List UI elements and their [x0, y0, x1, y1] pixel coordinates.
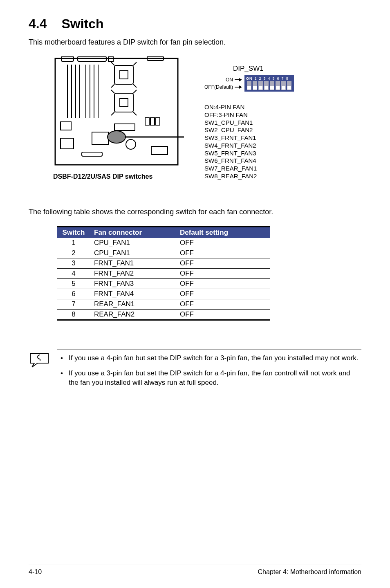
- dip-switch-block: DIP_SW1 ON OFF(Default) ON12345678: [204, 65, 327, 92]
- svg-rect-25: [156, 118, 160, 125]
- table-row: 5FRNT_FAN3OFF: [57, 279, 270, 289]
- cell-switch: 2: [57, 248, 90, 258]
- svg-rect-17: [61, 122, 71, 130]
- dip-title: DIP_SW1: [233, 65, 327, 73]
- dip-switch-graphic: ON12345678: [244, 75, 294, 92]
- 
dip-switch-toggle: [281, 81, 286, 90]
- dip-num: 4: [268, 76, 273, 81]
- table-row: 8REAR_FAN2OFF: [57, 310, 270, 320]
- cell-fan: FRNT_FAN2: [90, 269, 176, 279]
- chapter-label: Chapter 4: Motherboard information: [258, 568, 361, 576]
- dip-num: 7: [282, 76, 286, 81]
- svg-rect-7: [114, 93, 133, 112]
- cell-default: OFF: [176, 289, 270, 299]
- cell-switch: 6: [57, 289, 90, 299]
- dip-switch-toggle: [258, 81, 263, 90]
- cell-default: OFF: [176, 248, 270, 258]
- svg-marker-31: [239, 78, 242, 81]
- page-number: 4-10: [29, 568, 42, 576]
- cell-default: OFF: [176, 269, 270, 279]
- motherboard-outline: [53, 56, 184, 171]
- cell-switch: 4: [57, 269, 90, 279]
- cell-fan: CPU_FAN1: [90, 248, 176, 258]
- legend-line: SW1_CPU_FAN1: [204, 119, 257, 127]
- table-row: 3FRNT_FAN1OFF: [57, 258, 270, 269]
- cell-default: OFF: [176, 258, 270, 269]
- table-intro-text: The following table shows the correspond…: [29, 208, 361, 216]
- svg-rect-19: [92, 132, 108, 144]
- legend-line: OFF:3-PIN FAN: [204, 111, 257, 119]
- dip-switch-toggle: [276, 81, 280, 90]
- arrow-right-icon: [235, 78, 242, 82]
- svg-point-27: [108, 131, 126, 143]
- fan-switch-table: Switch Fan connector Default setting 1CP…: [57, 226, 270, 321]
- section-number: 4.4: [29, 16, 47, 31]
- svg-rect-18: [61, 138, 74, 149]
- table-row: 7REAR_FAN1OFF: [57, 299, 270, 310]
- col-switch: Switch: [57, 227, 90, 238]
- svg-rect-6: [120, 71, 128, 79]
- cell-default: OFF: [176, 310, 270, 320]
- legend-line: ON:4-PIN FAN: [204, 103, 257, 111]
- cell-fan: FRNT_FAN1: [90, 258, 176, 269]
- cell-default: OFF: [176, 279, 270, 289]
- note-item: If you use a 4-pin fan but set the DIP s…: [57, 354, 361, 363]
- dip-on-text: ON: [246, 76, 253, 81]
- legend-line: SW6_FRNT_FAN4: [204, 157, 257, 165]
- dip-num: 6: [277, 76, 282, 81]
- dip-switch-toggle: [264, 81, 269, 90]
- off-label: OFF(Default): [204, 84, 233, 90]
- svg-rect-23: [145, 118, 149, 125]
- dip-num: 8: [286, 76, 291, 81]
- dip-location-marker: [108, 131, 184, 143]
- intro-text: This motherboard features a DIP switch f…: [29, 38, 361, 47]
- dip-switch-toggle: [247, 81, 251, 90]
- cell-fan: CPU_FAN1: [90, 238, 176, 248]
- legend-line: SW4_FRNT_FAN2: [204, 142, 257, 150]
- svg-rect-26: [151, 146, 168, 155]
- svg-marker-33: [239, 85, 242, 89]
- dip-num: 1: [255, 76, 259, 81]
- svg-point-21: [126, 139, 136, 149]
- table-row: 4FRNT_FAN2OFF: [57, 269, 270, 279]
- cell-fan: FRNT_FAN3: [90, 279, 176, 289]
- page-footer: 4-10 Chapter 4: Motherboard information: [29, 565, 361, 576]
- dip-num: 5: [273, 76, 277, 81]
- dip-legend: ON:4-PIN FAN OFF:3-PIN FAN SW1_CPU_FAN1 …: [204, 103, 257, 180]
- note-item: If you use a 3-pin fan but set the DIP s…: [57, 369, 361, 388]
- table-row: 2CPU_FAN1OFF: [57, 248, 270, 258]
- dip-switch-toggle: [253, 81, 257, 90]
- svg-rect-20: [114, 124, 135, 130]
- table-row: 6FRNT_FAN4OFF: [57, 289, 270, 299]
- cell-fan: FRNT_FAN4: [90, 289, 176, 299]
- table-row: 1CPU_FAN1OFF: [57, 238, 270, 248]
- svg-rect-22: [82, 152, 102, 156]
- divider: [57, 392, 361, 392]
- legend-line: SW2_CPU_FAN2: [204, 126, 257, 134]
- dip-switch-diagram: DIP_SW1 ON OFF(Default) ON12345678: [53, 56, 361, 195]
- cell-switch: 7: [57, 299, 90, 310]
- cell-fan: REAR_FAN2: [90, 310, 176, 320]
- svg-rect-8: [120, 99, 128, 107]
- col-fan-connector: Fan connector: [90, 227, 176, 238]
- notes-section: If you use a 4-pin fan but set the DIP s…: [29, 349, 361, 392]
- dip-switch-toggle: [287, 81, 291, 90]
- legend-line: SW7_REAR_FAN1: [204, 165, 257, 173]
- svg-rect-24: [150, 118, 155, 125]
- cell-switch: 8: [57, 310, 90, 320]
- diagram-caption: DSBF-D12/2U/SAS DIP switches: [53, 173, 152, 180]
- cell-default: OFF: [176, 238, 270, 248]
- cell-switch: 3: [57, 258, 90, 269]
- legend-line: SW3_FRNT_FAN1: [204, 134, 257, 142]
- section-title: Switch: [61, 16, 103, 31]
- col-default: Default setting: [176, 227, 270, 238]
- dip-switch-toggle: [270, 81, 274, 90]
- dip-num: 3: [264, 76, 268, 81]
- cell-switch: 1: [57, 238, 90, 248]
- on-label: ON: [226, 77, 233, 83]
- legend-line: SW5_FRNT_FAN3: [204, 150, 257, 157]
- cell-default: OFF: [176, 299, 270, 310]
- svg-rect-5: [114, 65, 133, 84]
- legend-line: SW8_REAR_FAN2: [204, 173, 257, 180]
- cell-switch: 5: [57, 279, 90, 289]
